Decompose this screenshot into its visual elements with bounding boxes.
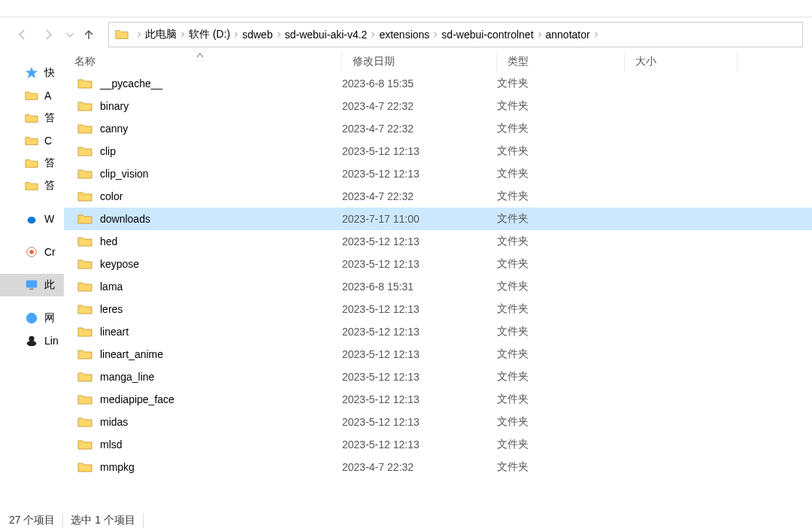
recent-dropdown-button[interactable] (65, 26, 75, 44)
folder-icon (77, 279, 92, 294)
sidebar-item[interactable]: 网 (0, 307, 64, 329)
folder-icon (77, 256, 92, 272)
sidebar-folder-icon (25, 245, 38, 259)
nav-back-button[interactable] (14, 26, 32, 44)
table-row[interactable]: leres2023-5-12 12:13文件夹 (64, 298, 812, 320)
file-name: midas (100, 416, 128, 428)
file-date: 2023-5-12 12:13 (342, 326, 497, 338)
table-row[interactable]: midas2023-5-12 12:13文件夹 (64, 411, 812, 433)
table-row[interactable]: mmpkg2023-4-7 22:32文件夹 (64, 456, 812, 478)
sidebar-item[interactable]: 笞 (0, 152, 64, 174)
file-type: 文件夹 (497, 122, 625, 135)
table-row[interactable]: mlsd2023-5-12 12:13文件夹 (64, 433, 812, 456)
sidebar-item-label: Lin (44, 335, 59, 347)
arrow-right-icon (42, 29, 54, 41)
table-row[interactable]: lineart2023-5-12 12:13文件夹 (64, 320, 812, 343)
nav-up-button[interactable] (80, 26, 98, 44)
column-header-type[interactable]: 类型 (497, 51, 625, 72)
folder-icon (77, 414, 92, 429)
sidebar-item-label: 笞 (44, 156, 55, 170)
file-name: mlsd (100, 438, 123, 451)
table-row[interactable]: color2023-4-7 22:32文件夹 (64, 185, 812, 208)
file-date: 2023-4-7 22:32 (342, 100, 497, 112)
file-type: 文件夹 (497, 325, 625, 338)
status-bar: 27 个项目 选中 1 个项目 (0, 510, 812, 531)
chevron-right-icon[interactable] (135, 32, 144, 38)
sidebar-item-label: 笞 (44, 179, 55, 193)
address-bar[interactable]: 此电脑软件 (D:)sdwebsd-webui-aki-v4.2extensio… (108, 22, 803, 47)
file-type: 文件夹 (497, 167, 625, 181)
arrow-left-icon (17, 29, 29, 41)
chevron-right-icon[interactable] (592, 32, 601, 38)
svg-point-2 (29, 250, 33, 253)
file-name: mediapipe_face (100, 393, 174, 405)
chevron-right-icon[interactable] (368, 32, 377, 38)
chevron-right-icon[interactable] (431, 32, 440, 38)
file-name: lineart_anime (100, 348, 163, 360)
table-row[interactable]: binary2023-4-7 22:32文件夹 (64, 95, 812, 117)
file-type: 文件夹 (497, 460, 625, 474)
file-date: 2023-6-8 15:35 (342, 77, 497, 90)
breadcrumb-segment[interactable]: 此电脑 (144, 28, 178, 41)
svg-marker-0 (26, 67, 38, 78)
table-row[interactable]: canny2023-4-7 22:32文件夹 (64, 117, 812, 140)
sidebar-icon (25, 311, 38, 325)
table-row[interactable]: mediapipe_face2023-5-12 12:13文件夹 (64, 388, 812, 411)
sidebar-quick-access[interactable]: 快 (0, 62, 64, 84)
table-row[interactable]: lineart_anime2023-5-12 12:13文件夹 (64, 343, 812, 366)
sidebar-item[interactable]: 笞 (0, 107, 64, 129)
column-header-size[interactable]: 大小 (625, 51, 738, 72)
table-row[interactable]: __pycache__2023-6-8 15:35文件夹 (64, 72, 812, 95)
sidebar-item[interactable]: A (0, 84, 64, 107)
sidebar-item[interactable]: Cr (0, 241, 64, 263)
folder-icon (77, 166, 92, 181)
chevron-right-icon[interactable] (178, 32, 187, 38)
table-row[interactable]: keypose2023-5-12 12:13文件夹 (64, 253, 812, 275)
sidebar-item-label: 快 (44, 66, 55, 80)
file-name: clip (100, 145, 116, 157)
file-name: downloads (100, 213, 150, 225)
file-list-pane: 名称 修改日期 类型 大小 __pycache__2023-6-8 15:35文… (64, 51, 812, 502)
sidebar-item-label: Cr (44, 246, 56, 258)
chevron-right-icon[interactable] (274, 32, 283, 38)
breadcrumb-segment[interactable]: sd-webui-aki-v4.2 (283, 29, 369, 41)
folder-icon (77, 460, 92, 475)
breadcrumb-segment[interactable]: 软件 (D:) (187, 28, 232, 41)
folder-icon (77, 76, 92, 91)
file-type: 文件夹 (497, 144, 625, 158)
table-row[interactable]: manga_line2023-5-12 12:13文件夹 (64, 366, 812, 388)
file-date: 2023-5-12 12:13 (342, 303, 497, 315)
chevron-right-icon[interactable] (535, 32, 544, 38)
breadcrumb-segment[interactable]: sd-webui-controlnet (440, 29, 535, 41)
svg-rect-4 (29, 289, 33, 290)
sidebar-folder-icon (25, 111, 38, 125)
sidebar-item[interactable]: 笞 (0, 174, 64, 197)
table-row[interactable]: hed2023-5-12 12:13文件夹 (64, 230, 812, 253)
breadcrumb-segment[interactable]: annotator (544, 29, 592, 41)
sidebar-item-label: W (44, 213, 54, 225)
file-type: 文件夹 (497, 212, 625, 226)
table-row[interactable]: downloads2023-7-17 11:00文件夹 (64, 208, 812, 230)
table-row[interactable]: lama2023-6-8 15:31文件夹 (64, 275, 812, 298)
column-header-date[interactable]: 修改日期 (342, 51, 497, 72)
file-name: lineart (100, 326, 129, 338)
file-date: 2023-5-12 12:13 (342, 393, 497, 405)
sidebar-folder-icon (25, 134, 38, 147)
file-name: keypose (100, 258, 139, 270)
breadcrumb-segment[interactable]: extensions (377, 29, 431, 41)
file-name: leres (100, 303, 123, 315)
sidebar-item[interactable]: Lin (0, 329, 64, 352)
folder-icon (115, 28, 129, 41)
sidebar-item-label: 此 (44, 278, 55, 292)
breadcrumb-segment[interactable]: sdweb (241, 29, 274, 41)
table-row[interactable]: clip_vision2023-5-12 12:13文件夹 (64, 162, 812, 185)
file-date: 2023-5-12 12:13 (342, 348, 497, 360)
folder-icon (77, 189, 92, 204)
table-row[interactable]: clip2023-5-12 12:13文件夹 (64, 140, 812, 162)
chevron-right-icon[interactable] (232, 32, 241, 38)
navigation-pane[interactable]: 快 A笞C笞笞 W Cr 此 网Lin (0, 51, 64, 502)
sidebar-this-pc[interactable]: 此 (0, 274, 64, 296)
nav-forward-button[interactable] (39, 26, 57, 44)
sidebar-item[interactable]: W (0, 208, 64, 230)
sidebar-item[interactable]: C (0, 129, 64, 152)
